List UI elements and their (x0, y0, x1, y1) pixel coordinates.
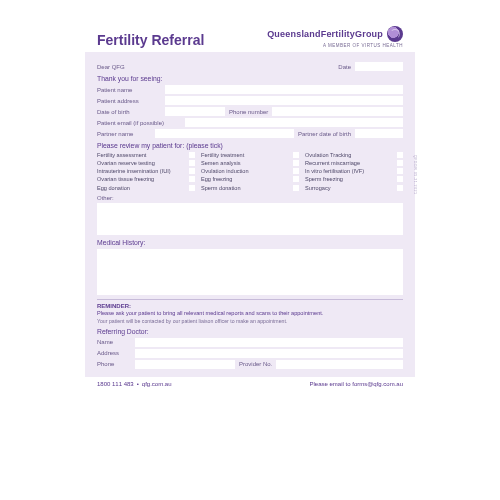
form-code: QFGGR 05.21.2021 (413, 155, 417, 194)
checkbox-icon[interactable] (189, 176, 195, 182)
label-patient-name: Patient name (97, 87, 161, 93)
reminder-sub: Your patient will be contacted by our pa… (97, 318, 403, 324)
label-doc-address: Address (97, 350, 131, 356)
checkbox-icon[interactable] (293, 152, 299, 158)
checkbox-icon[interactable] (293, 168, 299, 174)
phone-field[interactable] (272, 107, 403, 116)
date-label: Date (338, 64, 351, 70)
checkbox-icon[interactable] (293, 176, 299, 182)
label-email: Patient email (if possible) (97, 120, 181, 126)
label-partner-name: Partner name (97, 131, 151, 137)
patient-address-field[interactable] (165, 96, 403, 105)
patient-name-field[interactable] (165, 85, 403, 94)
review-option[interactable]: Ovulation Tracking (305, 152, 403, 158)
brand-subtitle: A MEMBER OF VIRTUS HEALTH (267, 43, 403, 48)
checkbox-icon[interactable] (189, 152, 195, 158)
email-field[interactable] (185, 118, 403, 127)
label-provider: Provider No. (239, 361, 272, 367)
checkbox-icon[interactable] (189, 160, 195, 166)
salutation: Dear QFG (97, 64, 125, 70)
checkbox-icon[interactable] (293, 160, 299, 166)
review-option[interactable]: Ovarian tissue freezing (97, 176, 195, 182)
label-patient-address: Patient address (97, 98, 161, 104)
history-textarea[interactable] (97, 249, 403, 295)
checkbox-icon[interactable] (397, 185, 403, 191)
other-textarea[interactable] (97, 203, 403, 235)
dob-field[interactable] (165, 107, 225, 116)
section-referring: Referring Doctor: (97, 328, 403, 335)
section-review: Please review my patient for: (please ti… (97, 142, 403, 149)
review-option[interactable]: Recurrent miscarriage (305, 160, 403, 166)
label-doc-name: Name (97, 339, 131, 345)
review-option[interactable]: Egg freezing (201, 176, 299, 182)
label-doc-phone: Phone (97, 361, 131, 367)
brand-block: QueenslandFertilityGroup A MEMBER OF VIR… (267, 26, 403, 48)
review-option[interactable]: Ovarian reserve testing (97, 160, 195, 166)
partner-dob-field[interactable] (355, 129, 403, 138)
review-option[interactable]: Fertility treatment (201, 152, 299, 158)
label-other: Other: (97, 195, 403, 201)
doc-address-field[interactable] (135, 349, 403, 358)
review-option[interactable]: Sperm donation (201, 185, 299, 191)
reminder-title: REMINDER: (97, 303, 403, 309)
doc-name-field[interactable] (135, 338, 403, 347)
review-grid: Fertility assessment Fertility treatment… (97, 152, 403, 191)
label-dob: Date of birth (97, 109, 161, 115)
provider-field[interactable] (276, 360, 403, 369)
doc-phone-field[interactable] (135, 360, 235, 369)
checkbox-icon[interactable] (189, 185, 195, 191)
review-option[interactable]: Intrauterine insemination (IUI) (97, 168, 195, 174)
section-history: Medical History: (97, 239, 403, 246)
page-title: Fertility Referral (97, 32, 204, 48)
brand-name: QueenslandFertilityGroup (267, 29, 383, 39)
label-partner-dob: Partner date of birth (298, 131, 351, 137)
brand-logo-icon (387, 26, 403, 42)
footer-site: qfg.com.au (142, 381, 172, 387)
checkbox-icon[interactable] (397, 160, 403, 166)
date-field[interactable] (355, 62, 403, 71)
partner-name-field[interactable] (155, 129, 294, 138)
review-option[interactable]: Semen analysis (201, 160, 299, 166)
checkbox-icon[interactable] (293, 185, 299, 191)
review-option[interactable]: Fertility assessment (97, 152, 195, 158)
checkbox-icon[interactable] (397, 168, 403, 174)
section-seeing: Thank you for seeing: (97, 75, 403, 82)
label-phone: Phone number (229, 109, 268, 115)
checkbox-icon[interactable] (397, 152, 403, 158)
review-option[interactable]: Sperm freezing (305, 176, 403, 182)
footer-left: 1800 111 483•qfg.com.au (97, 381, 172, 387)
review-option[interactable]: In vitro fertilisation (IVF) (305, 168, 403, 174)
review-option[interactable]: Ovulation induction (201, 168, 299, 174)
review-option[interactable]: Surrogacy (305, 185, 403, 191)
footer-right: Please email to forms@qfg.com.au (310, 381, 403, 387)
checkbox-icon[interactable] (397, 176, 403, 182)
reminder-line: Please ask your patient to bring all rel… (97, 310, 403, 317)
footer-phone: 1800 111 483 (97, 381, 134, 387)
review-option[interactable]: Egg donation (97, 185, 195, 191)
checkbox-icon[interactable] (189, 168, 195, 174)
footer-email: forms@qfg.com.au (352, 381, 403, 387)
